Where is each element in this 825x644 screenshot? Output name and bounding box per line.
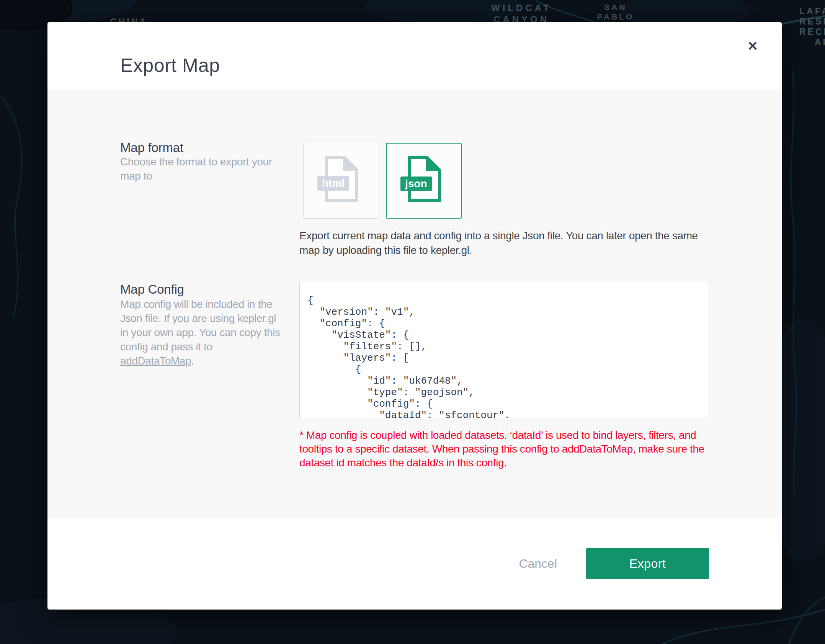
map-config-code[interactable]: { "version": "v1", "config": { "visState…: [299, 282, 709, 418]
map-label-wildcat-canyon: WILDCAT CANYON: [487, 2, 556, 25]
code-line: "type": "geojson",: [307, 387, 701, 398]
map-format-description: Choose the format to export your map to: [120, 155, 285, 183]
export-button[interactable]: Export: [586, 548, 709, 579]
code-line: {: [307, 364, 701, 375]
map-label-line: AR: [815, 37, 825, 47]
code-line: "layers": [: [307, 352, 701, 364]
format-options: html json: [303, 143, 462, 219]
kepler-gl-app: CHINA WILDCAT CANYON SAN PABLO RESERVOIR…: [0, 0, 825, 644]
map-label-line: LAFAY: [799, 6, 825, 16]
road-line: [789, 597, 825, 644]
code-line: "visState": {: [307, 329, 701, 341]
map-label-line: WILDCAT: [487, 2, 556, 14]
format-option-html[interactable]: html: [303, 143, 379, 219]
format-badge-json: json: [400, 177, 432, 191]
export-map-modal: Export Map ✕ Map format Choose the forma…: [47, 22, 782, 610]
map-config-description: Map config will be included in the Json …: [120, 297, 287, 368]
map-config-description-text: Map config will be included in the Json …: [120, 298, 280, 353]
road-line: [662, 610, 825, 644]
config-warning-note: * Map config is coupled with loaded data…: [299, 428, 715, 470]
map-label-line: RESER: [799, 16, 825, 27]
map-config-description-suffix: .: [191, 355, 194, 367]
code-line: "version": "v1",: [307, 306, 701, 318]
modal-title: Export Map: [120, 54, 220, 77]
cancel-button[interactable]: Cancel: [514, 557, 562, 571]
code-line: "filters": [],: [307, 341, 701, 352]
code-line: "dataId": "sfcontour",: [307, 410, 701, 418]
add-data-to-map-link[interactable]: addDataToMap: [120, 355, 191, 367]
code-line: "config": {: [307, 318, 701, 329]
format-option-json[interactable]: json: [386, 143, 462, 219]
code-line: {: [307, 295, 701, 306]
map-config-title: Map Config: [120, 282, 184, 297]
code-line: "id": "uk67d48",: [307, 375, 701, 387]
modal-footer: Cancel Export: [47, 518, 782, 610]
modal-header: Export Map ✕: [47, 22, 782, 90]
code-line: "config": {: [307, 398, 701, 410]
road-line: [0, 96, 22, 318]
format-badge-html: html: [317, 176, 349, 191]
map-label-line: SAN PABLO: [585, 2, 646, 21]
map-label-line: RECRE: [799, 27, 825, 37]
format-selected-description: Export current map data and config into …: [299, 229, 713, 258]
map-label-lafayette-reservoir: LAFAY RESER RECRE AR: [799, 6, 825, 47]
close-button[interactable]: ✕: [740, 34, 765, 58]
map-format-title: Map format: [120, 141, 183, 155]
close-icon: ✕: [747, 39, 758, 53]
modal-body: Map format Choose the format to export y…: [47, 90, 782, 518]
